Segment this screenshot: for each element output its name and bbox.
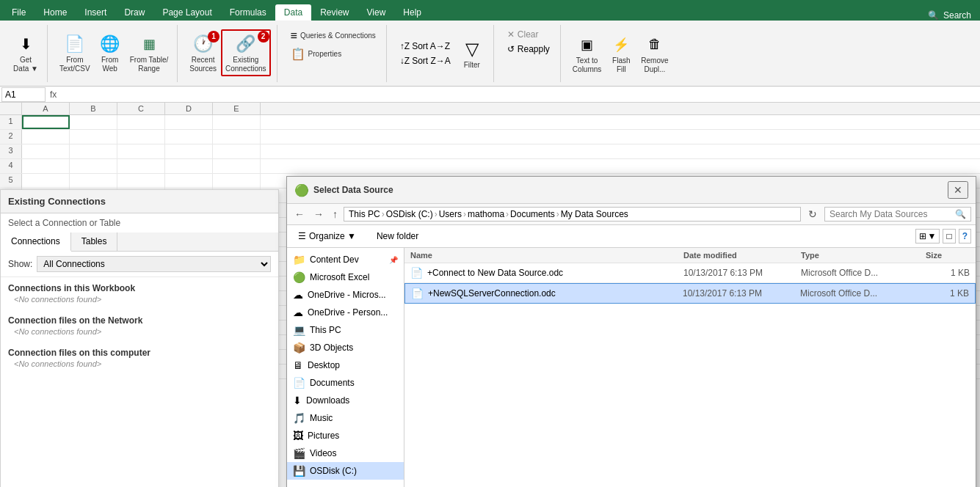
nav-label-pictures: Pictures: [308, 431, 339, 441]
sep5: ›: [556, 209, 559, 219]
new-folder-button[interactable]: New folder: [369, 228, 427, 244]
cell-3-4[interactable]: [213, 144, 261, 158]
row-header-5: 5: [0, 174, 22, 188]
reapply-button[interactable]: ↺ Reapply: [503, 43, 554, 56]
cell-1-4[interactable]: [213, 115, 261, 129]
recent-sources-button[interactable]: 1 🕐 RecentSources: [186, 31, 219, 75]
tab-draw[interactable]: Draw: [115, 4, 153, 21]
file-row-newsql[interactable]: 📄 +NewSQLServerConnection.odc 10/13/2017…: [404, 283, 976, 304]
remove-dups-button[interactable]: 🗑 RemoveDupl...: [638, 32, 671, 76]
cell-4-4[interactable]: [213, 159, 261, 173]
tab-home[interactable]: Home: [35, 4, 76, 21]
tab-pagelayout[interactable]: Page Layout: [153, 4, 220, 21]
flash-fill-button[interactable]: ⚡ FlashFill: [606, 32, 636, 76]
tab-formulas[interactable]: Formulas: [221, 4, 275, 21]
view-options-button[interactable]: ⊞ ▼: [915, 229, 940, 244]
get-data-icon: ⬇: [14, 32, 37, 56]
tab-insert[interactable]: Insert: [76, 4, 115, 21]
cell-2-0[interactable]: [22, 130, 70, 144]
nav-item-music[interactable]: 🎵 Music: [287, 409, 404, 427]
cell-5-3[interactable]: [165, 174, 213, 188]
nav-item-onedrive-ms[interactable]: ☁ OneDrive - Micros...: [287, 286, 404, 304]
nav-label-osdisk: OSDisk (C:): [310, 466, 357, 476]
cell-4-3[interactable]: [165, 159, 213, 173]
tab-view[interactable]: View: [358, 4, 395, 21]
nav-item-pictures[interactable]: 🖼 Pictures: [287, 427, 404, 444]
tab-file[interactable]: File: [3, 4, 35, 21]
filter-button[interactable]: ▽ Filter: [457, 36, 487, 71]
organize-button[interactable]: ☰ Organize ▼: [291, 228, 363, 244]
cell-2-3[interactable]: [165, 130, 213, 144]
address-path[interactable]: This PC › OSDisk (C:) › Users › mathoma …: [344, 207, 801, 221]
cell-1-1[interactable]: [70, 115, 117, 129]
ribbon-search[interactable]: Search: [943, 10, 971, 21]
nav-item-desktop[interactable]: 🖥 Desktop: [287, 356, 404, 374]
properties-button[interactable]: 📋 Properties: [286, 45, 380, 62]
cell-4-1[interactable]: [70, 159, 117, 173]
nav-item-this-pc[interactable]: 💻 This PC: [287, 321, 404, 339]
tab-data[interactable]: Data: [275, 4, 311, 21]
from-web-button[interactable]: 🌐 FromWeb: [95, 31, 126, 75]
show-connections-select[interactable]: All Connections: [37, 256, 271, 272]
cell-1-2[interactable]: [117, 115, 165, 129]
nav-item-downloads[interactable]: ⬇ Downloads: [287, 392, 404, 409]
nav-item-onedrive-personal[interactable]: ☁ OneDrive - Person...: [287, 304, 404, 321]
connections-tab[interactable]: Connections: [1, 232, 71, 252]
ribbon-group-get-external: 📄 FromText/CSV 🌐 FromWeb ▦ From Table/Ra…: [51, 25, 178, 82]
workbook-connections-section: Connections in this Workbook <No connect…: [1, 277, 278, 310]
cell-2-4[interactable]: [213, 130, 261, 144]
music-icon: 🎵: [293, 412, 305, 424]
cell-4-0[interactable]: [22, 159, 70, 173]
cell-3-3[interactable]: [165, 144, 213, 158]
cell-1-0[interactable]: [22, 115, 70, 129]
sort-az-button[interactable]: ↑Z Sort A→Z: [396, 40, 455, 53]
preview-button[interactable]: □: [943, 229, 955, 244]
cell-3-0[interactable]: [22, 144, 70, 158]
nav-item-excel[interactable]: 🟢 Microsoft Excel: [287, 268, 404, 286]
sort-za-button[interactable]: ↓Z Sort Z→A: [396, 54, 455, 67]
ribbon-group-sources: 1 🕐 RecentSources 2 🔗 ExistingConnection…: [181, 25, 277, 82]
cell-2-1[interactable]: [70, 130, 117, 144]
nav-item-documents[interactable]: 📄 Documents: [287, 374, 404, 392]
help-button[interactable]: ?: [959, 229, 971, 244]
cell-5-1[interactable]: [70, 174, 117, 188]
get-data-button[interactable]: ⬇ GetData ▼: [10, 31, 41, 75]
tab-help[interactable]: Help: [394, 4, 430, 21]
cell-5-0[interactable]: [22, 174, 70, 188]
ribbon-group-clear: ✕ Clear ↺ Reapply: [497, 25, 561, 82]
clear-button[interactable]: ✕ Clear: [503, 28, 554, 41]
tables-tab[interactable]: Tables: [71, 232, 118, 251]
col-B: B: [70, 103, 117, 114]
dialog-close-button[interactable]: ✕: [948, 181, 968, 199]
cell-5-2[interactable]: [117, 174, 165, 188]
cell-2-2[interactable]: [117, 130, 165, 144]
queries-connections-button[interactable]: ≡ Queries & Connections: [286, 28, 380, 44]
text-to-columns-button[interactable]: ▣ Text toColumns: [570, 32, 604, 76]
up-button[interactable]: ↑: [330, 207, 341, 221]
cell-1-3[interactable]: [165, 115, 213, 129]
file-row-connect-new[interactable]: 📄 +Connect to New Data Source.odc 10/13/…: [404, 263, 976, 283]
nav-item-content-dev[interactable]: 📁 Content Dev 📌: [287, 251, 404, 268]
forward-button[interactable]: →: [311, 207, 327, 221]
cell-reference-input[interactable]: [1, 87, 46, 102]
cell-3-1[interactable]: [70, 144, 117, 158]
col-header-name[interactable]: Name: [410, 251, 683, 260]
from-table-button[interactable]: ▦ From Table/Range: [127, 31, 172, 75]
cell-3-2[interactable]: [117, 144, 165, 158]
col-A: A: [22, 103, 70, 114]
from-text-csv-button[interactable]: 📄 FromText/CSV: [57, 31, 93, 75]
refresh-button[interactable]: ↻: [804, 207, 821, 221]
from-table-label: From Table/Range: [130, 56, 169, 73]
dialog-title-text: Select Data Source: [313, 185, 393, 195]
existing-connections-button[interactable]: 2 🔗 ExistingConnections: [221, 29, 271, 76]
search-input[interactable]: [830, 209, 955, 219]
back-button[interactable]: ←: [291, 207, 308, 221]
folder-pin-icon: 📁: [293, 254, 305, 266]
tab-review[interactable]: Review: [311, 4, 357, 21]
nav-item-osdisk[interactable]: 💾 OSDisk (C:): [287, 462, 404, 480]
nav-item-videos[interactable]: 🎬 Videos: [287, 444, 404, 462]
cell-5-4[interactable]: [213, 174, 261, 188]
cell-4-2[interactable]: [117, 159, 165, 173]
nav-item-3d-objects[interactable]: 📦 3D Objects: [287, 339, 404, 356]
col-header-date[interactable]: Date modified: [683, 251, 801, 260]
